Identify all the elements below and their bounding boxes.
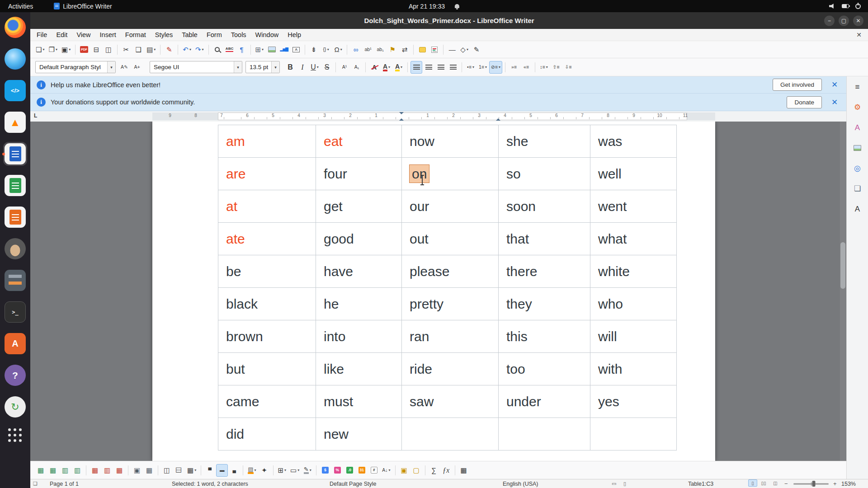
insert-table-button[interactable]: ⊞▾	[254, 43, 266, 56]
tab-stop-selector[interactable]: L	[34, 113, 37, 119]
sort-button[interactable]: A↓▾	[380, 464, 392, 477]
dock-thunderbird[interactable]	[2, 47, 28, 71]
right-indent-marker[interactable]	[496, 116, 500, 121]
number-format-button[interactable]: #	[368, 464, 380, 477]
single-page-view-button[interactable]: ▯	[748, 479, 757, 487]
dropdown-arrow-icon[interactable]: ▾	[194, 468, 196, 472]
table-cell[interactable]	[590, 418, 677, 450]
dropdown-arrow-icon[interactable]: ▾	[56, 47, 57, 52]
protect-cells-button[interactable]: ▣	[398, 464, 410, 477]
book-view-button[interactable]: ◫	[771, 479, 780, 487]
table-cell[interactable]: on	[402, 158, 499, 190]
dropdown-arrow-icon[interactable]: ▾	[340, 47, 342, 52]
table-cell[interactable]	[499, 418, 590, 450]
formatting-marks-button[interactable]: ¶	[236, 43, 248, 56]
table-cell[interactable]: four	[316, 158, 402, 190]
dock-updater[interactable]: ↻	[2, 395, 28, 419]
underline-button[interactable]: U▾	[309, 61, 321, 74]
delete-table-button[interactable]: ▦	[113, 464, 125, 477]
table-cell[interactable]: are	[218, 158, 316, 190]
undo-button[interactable]: ↶▾	[181, 43, 193, 56]
dropdown-arrow-icon[interactable]: ▾	[485, 65, 487, 69]
dock-firefox[interactable]	[2, 15, 28, 39]
menu-help[interactable]: Help	[283, 29, 306, 41]
table-cell[interactable]: with	[590, 353, 677, 385]
table-cell[interactable]: will	[590, 320, 677, 353]
dropdown-arrow-icon[interactable]: ▾	[472, 65, 474, 69]
table-cell[interactable]: too	[499, 353, 590, 385]
decrease-paragraph-spacing-button[interactable]: ⇩≡	[562, 61, 574, 74]
show-draw-functions-button[interactable]: ✎	[471, 43, 482, 56]
insert-chart-button[interactable]: ▂▅▇	[278, 43, 290, 56]
zoom-slider-thumb[interactable]	[812, 481, 816, 487]
menu-tools[interactable]: Tools	[226, 29, 251, 41]
table-cell[interactable]: under	[499, 385, 590, 418]
increase-indent-button[interactable]: »≡	[508, 61, 520, 74]
italic-button[interactable]: I	[297, 61, 308, 74]
dropdown-arrow-icon[interactable]: ▾	[310, 468, 311, 472]
insert-hyperlink-button[interactable]: ∞	[350, 43, 362, 56]
table-cell[interactable]: so	[499, 158, 590, 190]
close-document-button[interactable]: ✕	[856, 31, 868, 38]
center-vertically-button[interactable]: ▬	[216, 464, 228, 477]
save-button[interactable]: ▣▾	[60, 43, 72, 56]
focused-app-indicator[interactable]: LibreOffice Writer	[54, 3, 112, 10]
dock-files[interactable]	[2, 268, 28, 292]
table-background-color-button[interactable]: ▧▾	[246, 464, 258, 477]
dropdown-arrow-icon[interactable]: ▾	[189, 47, 191, 52]
dropdown-arrow-icon[interactable]: ▾	[154, 47, 156, 52]
zoom-out-button[interactable]: −	[784, 479, 788, 488]
dock-gimp[interactable]	[2, 237, 28, 261]
update-style-button[interactable]: A✎	[118, 61, 130, 74]
dropdown-arrow-icon[interactable]: ▾	[42, 47, 44, 52]
activities-button[interactable]: Activities	[0, 0, 41, 12]
insert-horizontal-line-button[interactable]: —	[446, 43, 458, 56]
menu-format[interactable]: Format	[121, 29, 151, 41]
dropdown-arrow-icon[interactable]: ▾	[499, 65, 500, 69]
chevron-down-icon[interactable]: ▾	[271, 61, 279, 73]
clear-formatting-button[interactable]: A	[368, 61, 380, 74]
multi-page-view-button[interactable]: ▯▯	[759, 479, 768, 487]
table-cell[interactable]: white	[590, 255, 677, 288]
font-name-select[interactable]: Segoe UI ▾	[150, 61, 242, 73]
table-cell[interactable]: am	[218, 125, 316, 158]
horizontal-ruler[interactable]: L 9876543211234567891011	[30, 111, 846, 122]
strikethrough-button[interactable]: S	[321, 61, 333, 74]
table-cell[interactable]: well	[590, 158, 677, 190]
table-cell[interactable]: good	[316, 223, 402, 255]
insert-comment-button[interactable]	[416, 43, 428, 56]
clock-menu[interactable]: Apr 21 19:33	[409, 0, 459, 12]
table-cell[interactable]: pretty	[402, 288, 499, 320]
table-cell[interactable]: must	[316, 385, 402, 418]
table-cell[interactable]: new	[316, 418, 402, 450]
menu-insert[interactable]: Insert	[95, 29, 121, 41]
new-document-button[interactable]: ❏▾	[34, 43, 46, 56]
document-page[interactable]: ameatnowshewasarefouronsowellatgetoursoo…	[152, 122, 715, 461]
insert-endnote-button[interactable]: ab₁	[374, 43, 386, 56]
insert-column-before-button[interactable]: ▥	[59, 464, 71, 477]
copy-button[interactable]: ❑	[132, 43, 144, 56]
insert-cross-reference-button[interactable]: ⇄	[399, 43, 410, 56]
redo-button[interactable]: ↷▾	[193, 43, 206, 56]
table-cell[interactable]: was	[590, 125, 677, 158]
paragraph-style-select[interactable]: Default Paragraph Styl ▾	[35, 61, 116, 73]
border-color-button[interactable]: ✎▾	[302, 464, 313, 477]
table-cell[interactable]: soon	[499, 190, 590, 223]
insert-special-character-button[interactable]: Ω▾	[332, 43, 344, 56]
table-cell[interactable]: saw	[402, 385, 499, 418]
document-area[interactable]: ameatnowshewasarefouronsowellatgetoursoo…	[30, 122, 846, 461]
table-cell[interactable]: this	[499, 320, 590, 353]
split-cells-button[interactable]: ◫	[173, 464, 185, 477]
table-cell[interactable]: what	[590, 223, 677, 255]
hanging-indent-marker[interactable]	[399, 116, 404, 121]
number-format-currency-button[interactable]: $	[319, 464, 331, 477]
dropdown-arrow-icon[interactable]: ▾	[284, 468, 286, 472]
menu-styles[interactable]: Styles	[151, 29, 178, 41]
align-right-button[interactable]	[435, 61, 447, 74]
border-style-button[interactable]: ▭▾	[288, 464, 301, 477]
no-list-button[interactable]: ⊘≡▾	[489, 61, 502, 74]
formula-button[interactable]: ƒx	[440, 464, 452, 477]
dock-calc[interactable]	[2, 174, 28, 197]
dock-software[interactable]: A	[2, 332, 28, 356]
paste-button[interactable]: ▤▾	[145, 43, 157, 56]
